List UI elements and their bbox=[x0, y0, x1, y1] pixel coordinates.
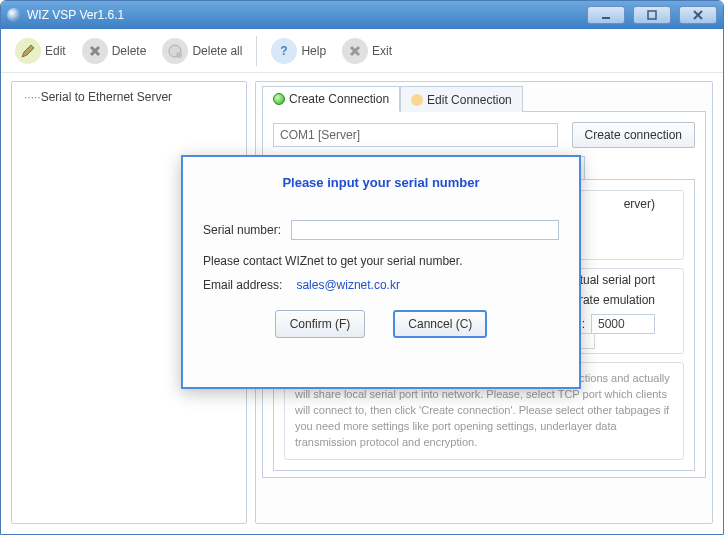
svg-rect-1 bbox=[648, 11, 656, 19]
edit-tool[interactable]: Edit bbox=[9, 34, 72, 68]
svg-point-7 bbox=[176, 52, 182, 58]
port-select[interactable]: COM1 [Server] bbox=[273, 123, 558, 147]
partial-text-server: erver) bbox=[624, 197, 655, 211]
minimize-button[interactable] bbox=[587, 6, 625, 24]
edit-label: Edit bbox=[45, 44, 66, 58]
colon-label: : bbox=[582, 317, 585, 331]
email-link[interactable]: sales@wiznet.co.kr bbox=[296, 278, 400, 292]
close-button[interactable] bbox=[679, 6, 717, 24]
maximize-button[interactable] bbox=[633, 6, 671, 24]
delete-label: Delete bbox=[112, 44, 147, 58]
delete-icon bbox=[82, 38, 108, 64]
window-title: WIZ VSP Ver1.6.1 bbox=[27, 8, 124, 22]
toolbar: Edit Delete Delete all ? Help Exit bbox=[1, 29, 723, 73]
app-icon bbox=[7, 8, 21, 22]
delete-tool[interactable]: Delete bbox=[76, 34, 153, 68]
toolbar-separator bbox=[256, 36, 257, 66]
exit-label: Exit bbox=[372, 44, 392, 58]
help-label: Help bbox=[301, 44, 326, 58]
delete-all-label: Delete all bbox=[192, 44, 242, 58]
tab-edit-connection[interactable]: Edit Connection bbox=[400, 86, 523, 112]
help-tool[interactable]: ? Help bbox=[265, 34, 332, 68]
serial-number-input[interactable] bbox=[291, 220, 559, 240]
delete-all-tool[interactable]: Delete all bbox=[156, 34, 248, 68]
dialog-title: Please input your serial number bbox=[203, 175, 559, 190]
titlebar: WIZ VSP Ver1.6.1 bbox=[1, 1, 723, 29]
dialog-note: Please contact WIZnet to get your serial… bbox=[203, 254, 559, 268]
help-icon: ? bbox=[271, 38, 297, 64]
email-label: Email address: bbox=[203, 278, 282, 292]
serial-number-dialog: Please input your serial number Serial n… bbox=[181, 155, 581, 389]
serial-label: Serial number: bbox=[203, 223, 281, 237]
svg-text:?: ? bbox=[281, 44, 288, 58]
pencil-icon bbox=[15, 38, 41, 64]
refresh-icon bbox=[273, 93, 285, 105]
app-window: WIZ VSP Ver1.6.1 Edit Delete bbox=[0, 0, 724, 535]
confirm-button[interactable]: Confirm (F) bbox=[275, 310, 366, 338]
tree-root[interactable]: ·····Serial to Ethernet Server bbox=[16, 88, 242, 106]
pencil-icon bbox=[411, 94, 423, 106]
cancel-button[interactable]: Canncel (C) bbox=[393, 310, 487, 338]
create-connection-button[interactable]: Create connection bbox=[572, 122, 695, 148]
exit-icon bbox=[342, 38, 368, 64]
baudrate-input[interactable] bbox=[591, 314, 655, 334]
tab-create-connection[interactable]: Create Connection bbox=[262, 86, 400, 112]
main-tabs: Create Connection Edit Connection bbox=[262, 86, 706, 112]
exit-tool[interactable]: Exit bbox=[336, 34, 398, 68]
delete-all-icon bbox=[162, 38, 188, 64]
